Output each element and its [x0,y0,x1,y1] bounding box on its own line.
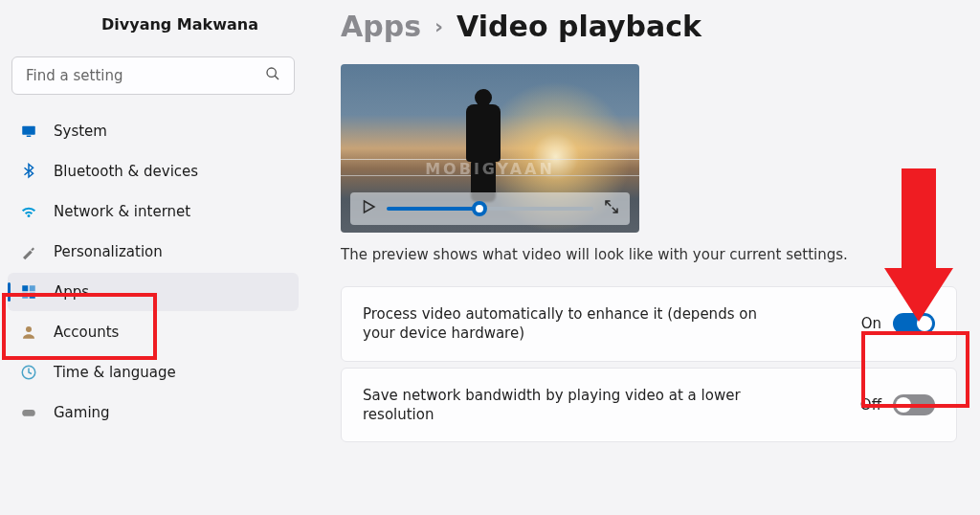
setting-enhance-video[interactable]: Process video automatically to enhance i… [341,286,957,362]
bluetooth-icon [19,162,38,181]
toggle-switch[interactable] [893,394,935,415]
person-icon [19,323,38,342]
toggle-wrap: On [861,313,935,334]
sidebar-item-label: Accounts [54,324,119,341]
sidebar-item-network[interactable]: Network & internet [8,192,299,231]
toggle-state-text: On [861,315,881,332]
svg-rect-10 [22,410,35,416]
preview-silhouette [454,89,513,204]
breadcrumb-parent[interactable]: Apps [341,10,421,43]
sidebar-item-accounts[interactable]: Accounts [8,313,299,351]
search-wrap: Find a setting [11,56,295,95]
sidebar-item-time-language[interactable]: Time & language [8,353,299,392]
globe-clock-icon [19,363,38,382]
toggle-switch[interactable] [893,313,935,334]
toggle-state-text: Off [860,396,881,414]
sidebar-item-label: Personalization [54,243,163,260]
main-content: Apps › Video playback MOBIGYAAN [306,0,980,515]
sidebar-item-label: System [54,123,107,140]
gamepad-icon [19,403,38,422]
player-controls [350,192,630,225]
apps-icon [19,282,38,302]
preview-caption: The preview shows what video will look l… [341,246,957,263]
sidebar-item-label: Bluetooth & devices [54,163,198,180]
svg-line-1 [275,76,278,79]
settings-sidebar: Divyang Makwana Find a setting System [0,0,306,515]
svg-rect-2 [22,126,35,135]
search-icon [265,66,280,85]
svg-rect-3 [27,136,32,138]
sidebar-item-bluetooth[interactable]: Bluetooth & devices [8,152,299,190]
setting-save-bandwidth[interactable]: Save network bandwidth by playing video … [341,368,957,443]
setting-label: Process video automatically to enhance i… [363,304,765,344]
sidebar-item-personalization[interactable]: Personalization [8,233,299,271]
sidebar-item-label: Gaming [54,404,110,421]
user-name: Divyang Makwana [8,10,299,53]
video-preview: MOBIGYAAN [341,64,639,233]
setting-label: Save network bandwidth by playing video … [363,386,765,425]
svg-rect-6 [22,293,28,299]
svg-marker-11 [365,201,375,213]
monitor-icon [19,122,38,141]
sidebar-item-system[interactable]: System [8,112,299,150]
paintbrush-icon [19,242,38,261]
svg-point-0 [267,68,276,77]
search-input[interactable]: Find a setting [11,56,295,95]
nav-list: System Bluetooth & devices Network & int… [8,112,299,432]
chevron-right-icon: › [434,14,443,38]
svg-rect-7 [30,293,35,299]
sidebar-item-apps[interactable]: Apps [8,273,299,311]
svg-rect-5 [30,285,35,291]
breadcrumb: Apps › Video playback [341,10,957,43]
preview-watermark: MOBIGYAAN [425,160,555,178]
svg-point-8 [26,326,32,332]
sidebar-item-label: Network & internet [54,203,190,220]
search-placeholder: Find a setting [26,67,122,84]
wifi-icon [19,202,38,221]
seek-bar[interactable] [387,207,593,211]
svg-rect-4 [22,285,28,291]
breadcrumb-current: Video playback [457,10,702,43]
toggle-wrap: Off [860,394,935,415]
expand-icon[interactable] [603,198,620,219]
sidebar-item-label: Apps [54,283,89,301]
play-icon[interactable] [360,198,377,219]
sidebar-item-gaming[interactable]: Gaming [8,393,299,432]
sidebar-item-label: Time & language [54,364,176,381]
